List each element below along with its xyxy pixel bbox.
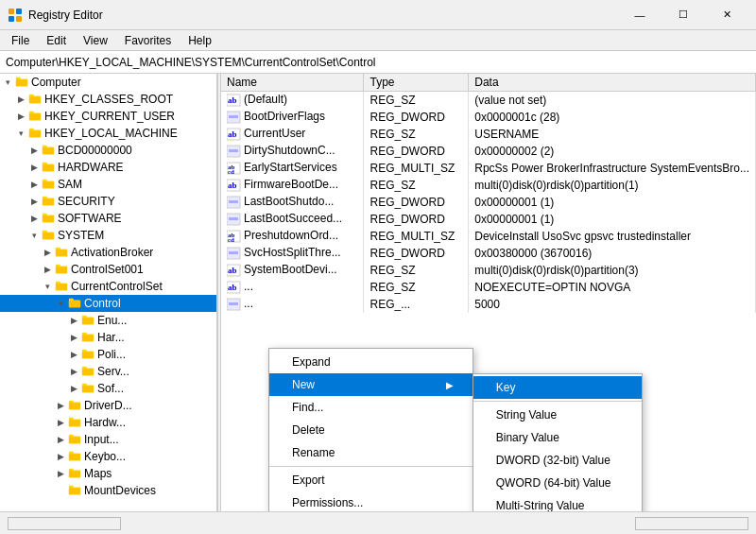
tree-item-sam[interactable]: ▶ SAM (0, 176, 216, 193)
menu-item-view[interactable]: View (76, 32, 115, 48)
tree-item-maps[interactable]: ▶ Maps (0, 465, 216, 482)
tree-item-hardware2[interactable]: ▶ Har... (0, 329, 216, 346)
tree-toggle-maps[interactable]: ▶ (53, 469, 68, 478)
ctx-item-rename[interactable]: Rename (269, 441, 472, 464)
tree-toggle-input[interactable]: ▶ (53, 435, 68, 444)
tree-toggle-activationbroker[interactable]: ▶ (40, 248, 55, 257)
ctx-item-multi_string_value[interactable]: Multi-String Value (473, 494, 642, 511)
reg-type-cell: REG_SZ (364, 177, 469, 194)
tree-item-hardware[interactable]: ▶ HARDWARE (0, 159, 216, 176)
tree-toggle-controlset001[interactable]: ▶ (40, 265, 55, 274)
tree-toggle-serv[interactable]: ▶ (66, 367, 81, 376)
tree-item-poli[interactable]: ▶ Poli... (0, 346, 216, 363)
tree-item-bcd[interactable]: ▶ BCD00000000 (0, 142, 216, 159)
ctx-item-key[interactable]: Key (473, 376, 642, 399)
menu-item-edit[interactable]: Edit (39, 32, 74, 48)
tree-toggle-control[interactable]: ▾ (53, 299, 68, 308)
tree-item-control[interactable]: ▾ Control (0, 295, 216, 312)
reg-type-cell: REG_DWORD (364, 211, 469, 228)
tree-toggle-currentcontrolset[interactable]: ▾ (40, 282, 55, 291)
ctx-item-export[interactable]: Export (269, 469, 472, 491)
table-row[interactable]: LastBootSucceed...REG_DWORD0x00000001 (1… (221, 211, 756, 228)
tree-label-serv: Serv... (97, 365, 129, 378)
tree-item-hkcu[interactable]: ▶ HKEY_CURRENT_USER (0, 108, 216, 125)
tree-scroll[interactable]: ▾ Computer▶ HKEY_CLASSES_ROOT▶ HKEY_CURR… (0, 74, 216, 511)
tree-item-serv[interactable]: ▶ Serv... (0, 363, 216, 380)
tree-toggle-hardwareprofiles[interactable]: ▶ (53, 418, 68, 427)
tree-item-mountdevices[interactable]: MountDevices (0, 482, 216, 499)
tree-toggle-hkcr[interactable]: ▶ (13, 95, 28, 104)
ctx-item-expand[interactable]: Expand (269, 351, 472, 373)
table-row[interactable]: LastBootShutdo...REG_DWORD0x00000001 (1) (221, 194, 756, 211)
tree-toggle-hkcu[interactable]: ▶ (13, 112, 28, 121)
tree-item-hardwareprofiles[interactable]: ▶ Hardw... (0, 414, 216, 431)
reg-type-cell: REG_DWORD (364, 143, 469, 160)
tree-toggle-hardware2[interactable]: ▶ (66, 333, 81, 342)
tree-item-hkcr[interactable]: ▶ HKEY_CLASSES_ROOT (0, 91, 216, 108)
tree-item-sof[interactable]: ▶ Sof... (0, 380, 216, 397)
maximize-button[interactable]: ☐ (662, 1, 705, 29)
tree-toggle-enum[interactable]: ▶ (66, 316, 81, 325)
tree-item-activationbroker[interactable]: ▶ ActivationBroker (0, 244, 216, 261)
reg-name-cell: LastBootSucceed... (221, 211, 364, 228)
ctx-item-delete[interactable]: Delete (269, 419, 472, 441)
tree-item-driverdb[interactable]: ▶ DriverD... (0, 397, 216, 414)
svg-text:cd: cd (228, 168, 234, 175)
table-row[interactable]: DirtyShutdownC...REG_DWORD0x00000002 (2) (221, 143, 756, 160)
tree-toggle-sam[interactable]: ▶ (26, 180, 42, 189)
table-row[interactable]: ...REG_...5000 (221, 296, 756, 313)
tree-toggle-poli[interactable]: ▶ (66, 350, 81, 359)
tree-toggle-security[interactable]: ▶ (26, 197, 42, 206)
table-row[interactable]: ab CurrentUserREG_SZUSERNAME (221, 126, 756, 143)
tree-item-keyboard[interactable]: ▶ Keybo... (0, 448, 216, 465)
tree-item-enum[interactable]: ▶ Enu... (0, 312, 216, 329)
tree-item-system[interactable]: ▾ SYSTEM (0, 227, 216, 244)
svg-rect-3 (16, 16, 22, 22)
tree-toggle-bcd[interactable]: ▶ (26, 146, 42, 155)
tree-item-security[interactable]: ▶ SECURITY (0, 193, 216, 210)
tree-label-poli: Poli... (97, 348, 126, 361)
tree-toggle-keyboard[interactable]: ▶ (53, 452, 68, 461)
ctx-item-string_value[interactable]: String Value (473, 404, 642, 426)
table-row[interactable]: ab cd EarlyStartServicesREG_MULTI_SZRpcS… (221, 160, 756, 177)
menu-item-help[interactable]: Help (180, 32, 219, 48)
tree-item-input[interactable]: ▶ Input... (0, 431, 216, 448)
table-row[interactable]: ab ...REG_SZNOEXECUTE=OPTIN NOVGA (221, 279, 756, 296)
table-row[interactable]: BootDriverFlagsREG_DWORD0x0000001c (28) (221, 109, 756, 126)
tree-toggle-system[interactable]: ▾ (26, 231, 42, 240)
ctx-item-find[interactable]: Find... (269, 396, 472, 419)
ctx-item-binary_value[interactable]: Binary Value (473, 426, 642, 449)
tree-label-hkcu: HKEY_CURRENT_USER (44, 110, 175, 123)
tree-item-software[interactable]: ▶ SOFTWARE (0, 210, 216, 227)
title-bar: Registry Editor — ☐ ✕ (0, 0, 756, 30)
table-row[interactable]: ab (Default)REG_SZ(value not set) (221, 92, 756, 109)
table-row[interactable]: ab cd PreshutdownOrd...REG_MULTI_SZDevic… (221, 228, 756, 245)
tree-toggle-computer[interactable]: ▾ (0, 78, 15, 87)
ctx-item-permissions[interactable]: Permissions... (269, 491, 472, 511)
table-row[interactable]: ab FirmwareBootDe...REG_SZmulti(0)disk(0… (221, 177, 756, 194)
tree-item-controlset001[interactable]: ▶ ControlSet001 (0, 261, 216, 278)
ctx-item-new[interactable]: New▶ (269, 373, 472, 396)
tree-toggle-software[interactable]: ▶ (26, 214, 42, 223)
status-scroll-left[interactable] (8, 517, 121, 530)
table-row[interactable]: SvcHostSplitThre...REG_DWORD0x00380000 (… (221, 245, 756, 262)
close-button[interactable]: ✕ (705, 1, 748, 29)
table-row[interactable]: ab SystemBootDevi...REG_SZmulti(0)disk(0… (221, 262, 756, 279)
folder-icon (42, 194, 55, 210)
folder-icon (42, 211, 55, 227)
ctx-item-dword_value[interactable]: DWORD (32-bit) Value (473, 449, 642, 472)
menu-item-favorites[interactable]: Favorites (117, 32, 179, 48)
tree-item-computer[interactable]: ▾ Computer (0, 74, 216, 91)
minimize-button[interactable]: — (618, 1, 662, 29)
tree-toggle-hardware[interactable]: ▶ (26, 163, 42, 172)
tree-toggle-sof[interactable]: ▶ (66, 384, 81, 393)
folder-icon (68, 398, 81, 414)
tree-toggle-driverdb[interactable]: ▶ (53, 401, 68, 410)
tree-toggle-hklm[interactable]: ▾ (13, 129, 28, 138)
tree-item-hklm[interactable]: ▾ HKEY_LOCAL_MACHINE (0, 125, 216, 142)
reg-data-cell: DeviceInstall UsoSvc gpsvc trustedinstal… (469, 228, 756, 245)
tree-item-currentcontrolset[interactable]: ▾ CurrentControlSet (0, 278, 216, 295)
ctx-item-qword_value[interactable]: QWORD (64-bit) Value (473, 472, 642, 494)
menu-item-file[interactable]: File (4, 32, 37, 48)
status-scroll-right[interactable] (635, 517, 748, 530)
